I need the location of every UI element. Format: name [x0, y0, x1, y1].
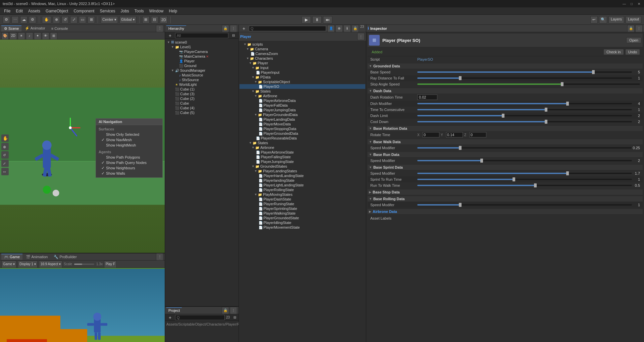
scene-hidden-btn[interactable]: 👁: [42, 32, 49, 40]
menu-help[interactable]: Help: [166, 8, 180, 14]
hier-item-player[interactable]: 👤 Player: [166, 59, 238, 63]
proj-lock-btn[interactable]: 🔒: [222, 307, 229, 314]
layers-dropdown[interactable]: Layers: [608, 16, 624, 23]
mh-options-btn[interactable]: ⋮: [357, 33, 365, 40]
nav-show-path-polygons[interactable]: Show Path Polygons: [96, 155, 162, 160]
nav-show-neighbours[interactable]: ✓ Show Neighbours: [96, 165, 162, 171]
mh-item-player-chars[interactable]: ▼ 📁 Player: [239, 61, 365, 65]
hierarchy-tab[interactable]: Hierarchy: [166, 25, 186, 31]
rotate-z-input[interactable]: [470, 132, 486, 137]
mh-item-playermovedata[interactable]: 📄 PlayerMoveData: [239, 122, 365, 126]
nav-show-navmesh[interactable]: ✓ Show NavMesh: [96, 137, 162, 142]
rotate-x-input[interactable]: [423, 132, 439, 137]
mh-item-characters[interactable]: ▼ 📁 Characters: [239, 56, 365, 61]
hier-item-cube5[interactable]: ⬛ Cube (5): [166, 110, 238, 115]
mh-item-playerjumpingdata[interactable]: 📄 PlayerJumpingData: [239, 108, 365, 112]
mh-item-playerfalldata[interactable]: 📄 PlayerFallData: [239, 103, 365, 108]
dash-data-section[interactable]: ▼ Dash Data: [368, 88, 643, 94]
nav-show-heightmesh[interactable]: Show HeightMesh: [96, 142, 162, 148]
step-button[interactable]: ⏭: [323, 16, 332, 23]
layout-dropdown[interactable]: Layout: [626, 16, 641, 23]
game-options-btn[interactable]: ⋮: [156, 253, 163, 261]
mh-add-btn[interactable]: +: [240, 25, 248, 32]
rotate-y-input[interactable]: [446, 132, 463, 137]
base-speed-slider[interactable]: [417, 71, 632, 73]
insp-lock-btn[interactable]: 🔒: [627, 25, 635, 32]
menu-edit[interactable]: Edit: [13, 8, 25, 14]
menu-jobs[interactable]: Jobs: [118, 8, 131, 14]
hier-item-cube[interactable]: ⬛ Cube: [166, 101, 238, 106]
tab-probuilder[interactable]: 🔧 ProBuilder: [51, 254, 79, 260]
tab-console[interactable]: ≡ Console: [49, 26, 71, 31]
hier-item-level1[interactable]: ▼ 📁 Level1: [166, 45, 238, 49]
mh-item-playerlanding[interactable]: 📄 PlayerlandingState: [239, 178, 365, 183]
hier-lock-btn[interactable]: 🔒: [222, 25, 229, 32]
mh-item-playerrolling[interactable]: 📄 PlayerRollingState: [239, 187, 365, 192]
mh-item-playergroundeddata2[interactable]: 📄 PlayerGroundedData: [239, 131, 365, 136]
toolbar-scale-btn[interactable]: ⤢: [70, 16, 77, 23]
scene-shading-btn[interactable]: 🎨: [1, 32, 9, 40]
menu-gameobject[interactable]: GameObject: [43, 8, 71, 14]
hier-item-soundmanager[interactable]: ▼ 🔊 SoundManager: [166, 68, 238, 73]
scene-2d-btn[interactable]: 2D: [9, 32, 17, 40]
mh-search[interactable]: [249, 26, 326, 31]
rolling-speed-slider[interactable]: [417, 204, 632, 206]
mh-item-playerreusabledata[interactable]: 📄 PlayerReuseableData: [239, 136, 365, 140]
toolbar-hand-btn[interactable]: ✋: [42, 16, 51, 23]
scene-audio-btn[interactable]: ♪: [26, 32, 33, 40]
slop-angle-slider[interactable]: [417, 83, 640, 85]
proj-filter-btn[interactable]: ⊟: [231, 314, 238, 321]
menu-tools[interactable]: Tools: [132, 8, 147, 14]
mh-item-input[interactable]: ▼ 📁 Input: [239, 65, 365, 70]
mh-item-playerlandingstates[interactable]: ▼ 📁 PlayerLandingStates: [239, 169, 365, 173]
toolbar-snap-btn[interactable]: ⊟: [151, 16, 158, 23]
menu-assets[interactable]: Assets: [25, 8, 43, 14]
mh-item-playersprinting[interactable]: 📄 PlayerSprintingState: [239, 206, 365, 211]
mh-item-playergrounded[interactable]: 📄 PlayerGroundedState: [239, 216, 365, 220]
toolbar-transform-btn[interactable]: ⚙: [3, 16, 10, 23]
sprint-to-run-slider[interactable]: [417, 179, 632, 180]
base-walk-section[interactable]: ▼ Base Walk Data: [368, 139, 643, 145]
toolbar-cloud-btn[interactable]: ☁: [20, 16, 28, 23]
hier-item-ground[interactable]: ⬛ Ground: [166, 63, 238, 68]
hier-options-btn[interactable]: ⋮: [230, 25, 237, 32]
display-btn[interactable]: Display 1 ▾: [18, 261, 38, 268]
sprint-speed-slider[interactable]: [417, 173, 632, 174]
mh-item-airbrone-data[interactable]: ▼ 📁 AirBrone: [239, 94, 365, 98]
scene-light-btn[interactable]: ☀: [18, 32, 25, 40]
play-focused-btn[interactable]: Play F: [104, 261, 117, 268]
maximize-button[interactable]: □: [629, 1, 634, 6]
pause-button[interactable]: ⏸: [312, 16, 322, 23]
tab-animator[interactable]: ⚡ Animator: [22, 25, 48, 31]
mh-scrollbar[interactable]: [641, 0, 644, 342]
hier-item-cube4[interactable]: ⬛ Cube (4): [166, 106, 238, 110]
hier-item-playercamera[interactable]: 📷 PlayerCamera: [166, 49, 238, 54]
menu-component[interactable]: Component: [71, 8, 97, 14]
ray-distance-slider[interactable]: [417, 77, 632, 79]
toolbar-rotate-btn[interactable]: ↺: [61, 16, 69, 23]
hier-item-cube1[interactable]: ⬛ Cube (1): [166, 87, 238, 92]
mh-item-playerlandingdata[interactable]: 📄 PlayerLandingData: [239, 117, 365, 122]
toolbar-move-btn[interactable]: ⊕: [53, 16, 60, 23]
mh-item-playmovingstates[interactable]: ▼ 📁 PlayMovingStates: [239, 192, 365, 197]
dash-rotation-input[interactable]: [417, 95, 437, 100]
play-button[interactable]: ▶: [302, 16, 311, 23]
menu-file[interactable]: File: [1, 8, 13, 14]
hier-item-musicsource[interactable]: ♪ MusicSource: [166, 73, 238, 77]
mh-item-scripts[interactable]: ▼ 📁 scripts: [239, 42, 365, 47]
time-consecutive-slider[interactable]: [417, 109, 632, 110]
mh-item-playerso[interactable]: 📄 PlayerSO: [239, 84, 365, 89]
hier-item-maincamera[interactable]: 📷 MainCamera ✕: [166, 54, 238, 59]
tab-scene[interactable]: ⚙ Scene: [1, 25, 21, 32]
proj-add-btn[interactable]: +: [166, 314, 174, 321]
toolbar-grid-vis-btn[interactable]: ⊞: [142, 16, 150, 23]
proj-options-btn[interactable]: ⋮: [230, 307, 237, 314]
mh-item-playerrunning[interactable]: 📄 PlayerRuningState: [239, 202, 365, 206]
dish-modifier-slider[interactable]: [417, 103, 632, 104]
hier-item-cube2[interactable]: ⬛ Cube (2): [166, 96, 238, 101]
mh-icon-btn1[interactable]: 👤: [327, 25, 335, 32]
toolbar-settings-btn[interactable]: ⚙: [29, 16, 36, 23]
aspect-btn[interactable]: 16:9 Aspect ▾: [39, 261, 62, 268]
hier-item-worldlight[interactable]: ☀ WorldLight: [166, 82, 238, 87]
mh-item-groundedstates[interactable]: ▼ 📁 GroundedStates: [239, 164, 365, 169]
